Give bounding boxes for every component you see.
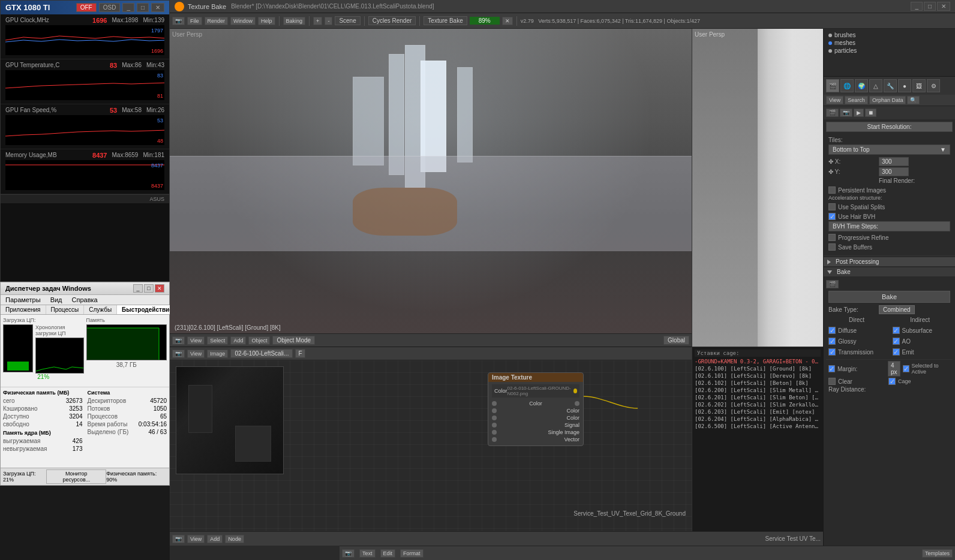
props-search-icon-btn[interactable]: 🔍 — [907, 96, 920, 104]
y-input[interactable] — [879, 167, 909, 176]
tm-menu-params[interactable]: Параметры — [1, 295, 46, 305]
gpu-mem-graph: 8437 8437 — [5, 160, 164, 190]
header-close-render[interactable]: ✕ — [502, 17, 513, 25]
prop-tab-modifiers[interactable]: 🔧 — [884, 79, 897, 92]
prop-tab-world[interactable]: 🌍 — [855, 79, 868, 92]
status-view-btn[interactable]: 📷 — [172, 535, 185, 543]
bottom-icon-1[interactable]: 📷 — [342, 549, 355, 558]
tm-cpu-section: Загрузка ЦП: Хронология загрузки ЦП 21% — [3, 317, 84, 384]
tm-tab-apps[interactable]: Приложения — [1, 305, 46, 314]
progressive-refine-checkbox[interactable] — [828, 234, 836, 241]
tm-phys-cached-label: Кэшировано — [3, 405, 38, 412]
gpu-close-button[interactable]: ✕ — [151, 3, 164, 12]
tm-tab-services[interactable]: Службы — [84, 305, 117, 314]
header-render-menu[interactable]: Render — [205, 17, 229, 25]
prop-tab-texture[interactable]: 🖼 — [912, 79, 926, 92]
viewport-mode-select[interactable]: Object Mode — [272, 336, 315, 345]
gpu-osd-button[interactable]: OSD — [99, 3, 121, 12]
viewport-view-menu[interactable]: View — [187, 336, 205, 345]
tm-close[interactable]: ✕ — [155, 284, 164, 293]
status-view-menu[interactable]: View — [187, 535, 205, 543]
start-resolution-btn[interactable]: Start Resolution: — [826, 122, 953, 132]
hair-bvh-label: Use Hair BVH — [838, 213, 875, 220]
tm-menu-help[interactable]: Справка — [67, 295, 103, 305]
x-input[interactable] — [879, 157, 909, 166]
outliner-item-meshes[interactable]: meshes — [826, 39, 953, 47]
gpu-minimize-button[interactable]: _ — [122, 3, 134, 12]
glossy-label: Glossy — [838, 338, 857, 345]
render-icon-btn-3[interactable]: ▶ — [854, 109, 864, 117]
tm-menu-view[interactable]: Вид — [46, 295, 67, 305]
prop-tab-physics[interactable]: ⚙ — [927, 79, 940, 92]
selected-active-checkbox[interactable]: ✓ — [903, 365, 909, 372]
diffuse-checkbox[interactable]: ✓ — [828, 327, 836, 334]
node-socket-out-1 — [575, 401, 579, 406]
tm-monitor-button[interactable]: Монитор ресурсов... — [46, 469, 106, 484]
save-buffers-checkbox[interactable] — [828, 243, 836, 251]
blender-titlebar: Texture Bake Blender* [D:\YandexDisk\Ble… — [170, 0, 955, 13]
node-image-menu[interactable]: Image — [207, 350, 228, 358]
transmission-checkbox[interactable]: ✓ — [828, 348, 836, 356]
node-color-socket — [573, 389, 577, 393]
node-editor-icon[interactable]: 📷 — [172, 350, 185, 358]
tm-maximize[interactable]: □ — [144, 284, 154, 293]
ao-checkbox[interactable]: ✓ — [893, 338, 900, 345]
gpu-maximize-button[interactable]: □ — [137, 3, 149, 12]
prop-tab-render[interactable]: 🎬 — [826, 79, 839, 92]
post-processing-header[interactable]: Post Processing — [824, 257, 955, 266]
props-orphan-btn[interactable]: Orphan Data — [869, 96, 906, 104]
glossy-checkbox[interactable]: ✓ — [828, 338, 836, 345]
persistent-images-checkbox[interactable] — [828, 186, 836, 194]
header-camera-button[interactable]: 📷 — [172, 17, 185, 25]
node-view-menu[interactable]: View — [187, 350, 205, 358]
clear-checkbox[interactable] — [828, 378, 836, 385]
hair-bvh-checkbox[interactable]: ✓ — [828, 213, 836, 220]
render-icon-btn-1[interactable]: 🎬 — [826, 109, 839, 117]
cage-checkbox[interactable]: ✓ — [888, 378, 896, 385]
prop-tab-object[interactable]: △ — [869, 79, 882, 92]
emit-checkbox[interactable]: ✓ — [893, 348, 900, 356]
header-scene-select[interactable]: Scene — [335, 16, 360, 25]
viewport-add-menu[interactable]: Add — [230, 336, 246, 345]
header-help-menu[interactable]: Help — [258, 17, 275, 25]
render-icon-btn-2[interactable]: 📷 — [840, 109, 852, 117]
node-file-select[interactable]: 02-6-100-LeftScali... — [230, 349, 293, 358]
header-render-engine[interactable]: Cycles Render — [368, 16, 416, 25]
status-add-menu[interactable]: Add — [207, 535, 223, 543]
blender-close-button[interactable]: ✕ — [937, 2, 950, 11]
header-window-menu[interactable]: Window — [230, 17, 256, 25]
header-minus-button[interactable]: - — [325, 17, 332, 25]
tm-tab-processes[interactable]: Процессы — [46, 305, 85, 314]
bake-icon-button[interactable]: 🎬 — [826, 280, 839, 288]
header-file-menu[interactable]: File — [187, 17, 202, 25]
bake-button[interactable]: Bake — [828, 291, 950, 303]
prop-tab-scene[interactable]: 🌐 — [840, 79, 854, 92]
viewport-object-menu[interactable]: Object — [248, 336, 270, 345]
props-search-btn[interactable]: Search — [845, 96, 868, 104]
tm-minimize[interactable]: _ — [133, 284, 143, 293]
gpu-off-button[interactable]: OFF — [76, 3, 97, 12]
outliner-item-brushes[interactable]: brushes — [826, 31, 953, 39]
spatial-splits-checkbox[interactable] — [828, 203, 836, 210]
subsurface-checkbox[interactable]: ✓ — [893, 327, 900, 334]
render-icon-btn-4[interactable]: ⏹ — [865, 109, 876, 117]
margin-checkbox[interactable]: ✓ — [828, 365, 835, 372]
blender-minimize-button[interactable]: _ — [911, 2, 923, 11]
blender-maximize-button[interactable]: □ — [924, 2, 936, 11]
viewport-camera-icon[interactable]: 📷 — [172, 336, 185, 345]
props-view-btn[interactable]: View — [826, 96, 843, 104]
node-file-status: F — [295, 349, 305, 358]
bake-type-value[interactable]: Combined — [879, 305, 915, 314]
viewport-select-menu[interactable]: Select — [207, 336, 228, 345]
outliner-item-particles[interactable]: particles — [826, 47, 953, 55]
prop-tab-material[interactable]: ● — [898, 79, 911, 92]
indirect-label: Indirect — [910, 317, 930, 323]
tm-tab-performance[interactable]: Быстродействие — [117, 305, 178, 314]
header-texture-bake-label[interactable]: Texture Bake — [424, 16, 467, 25]
bake-section-header[interactable]: Bake — [824, 267, 955, 276]
status-node-menu[interactable]: Node — [225, 535, 244, 543]
bvh-timesteps-btn[interactable]: BVH Time Steps: — [828, 221, 950, 231]
viewport-global-select[interactable]: Global — [663, 336, 689, 345]
tiles-dropdown[interactable]: Bottom to Top ▼ — [828, 144, 950, 155]
header-add-button[interactable]: + — [313, 17, 322, 25]
